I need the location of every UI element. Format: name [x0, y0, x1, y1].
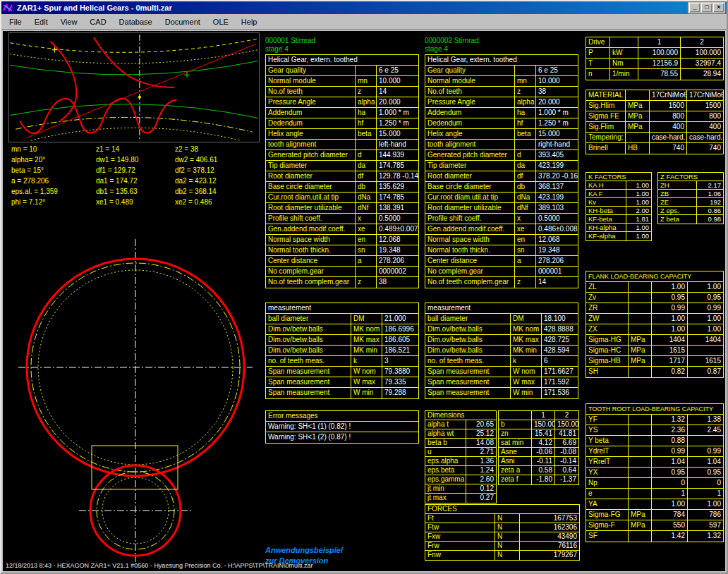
table-cell: 0.489±0.007	[377, 224, 418, 235]
table-cell: 0.82	[652, 367, 688, 377]
table-cell: 0	[688, 478, 723, 489]
table-cell: db	[515, 182, 536, 193]
tooth-root-load-capacity-table: TOOTH ROOT LOAD-BEARING CAPACITYYF1.321.…	[586, 403, 724, 542]
table-cell: 550	[652, 520, 688, 531]
table-cell: jt max	[425, 494, 466, 503]
table-cell: 000001	[536, 267, 578, 277]
table-cell: 6	[542, 356, 578, 367]
table-row: Span measurementW max79.335	[266, 377, 418, 388]
table-cell: 0.64	[555, 466, 578, 475]
close-button[interactable]: ×	[713, 3, 724, 13]
table-cell: 423.199	[536, 193, 578, 203]
menu-item-view[interactable]: View	[54, 16, 84, 28]
table-row: ZW1.001.00	[586, 314, 723, 324]
menu-item-help[interactable]: Help	[235, 16, 264, 28]
table-cell: 1.32	[652, 415, 688, 425]
table-cell: MK min	[351, 346, 382, 356]
wheel-tooth-flank	[51, 42, 77, 121]
table-cell: eps.alpha	[425, 457, 466, 466]
k-factors-table: K FACTORSKA H1.00KA F1.00Kv1.00KH-beta2.…	[586, 172, 652, 241]
table-cell: 389.103	[536, 203, 578, 214]
table-cell: jt min	[425, 484, 466, 494]
table-cell: mn	[356, 76, 377, 87]
table-cell: 28.94	[681, 69, 723, 80]
menu-item-document[interactable]: Document	[159, 16, 207, 28]
table-cell: 19.348	[377, 245, 418, 256]
table-row: Span measurementW max171.592	[425, 377, 578, 388]
gear-mesh-detail-drawing[interactable]	[8, 32, 260, 142]
menu-item-edit[interactable]: Edit	[28, 16, 54, 28]
table-row: Sig.FlimMPa400400	[586, 122, 723, 133]
table-cell: 186.605	[382, 335, 418, 346]
table-cell: ball diameter	[425, 314, 511, 324]
table-cell: 2.36	[652, 425, 688, 436]
table-row: Root diameter utilizabledNf389.103	[425, 203, 578, 214]
table-cell: 0.95	[652, 293, 688, 303]
table-cell: Frw	[425, 542, 495, 551]
table-cell: Dim.ov/betw.balls	[425, 346, 511, 356]
table-cell: 0.58	[532, 466, 555, 475]
table-row: Dim.ov/betw.ballsMK max428.725	[425, 335, 578, 346]
gear-param-value: mn = 10	[11, 145, 96, 154]
table-row: Normal tooth thickn.sn19.348	[266, 245, 418, 256]
table-cell: T	[586, 59, 610, 69]
table-cell: Sigma-HB	[586, 356, 629, 367]
table-cell: Dedendum	[425, 118, 515, 129]
table-cell: 393.405	[536, 150, 578, 161]
table-cell: 1.00	[652, 324, 688, 335]
title-bar[interactable]: ZAR1+ Spur and Helical Gears - 0multi.za…	[1, 1, 727, 14]
table-cell: W max	[511, 377, 542, 388]
table-cell: 278.206	[377, 256, 418, 267]
z-factors-table: Z FACTORSZH2.17ZB1.06ZE192Z eps.0.86Z be…	[657, 172, 724, 224]
menu-item-cad[interactable]: CAD	[83, 16, 112, 28]
gear-param-value: da2 = 423.12	[175, 176, 217, 186]
restore-button[interactable]: □	[701, 3, 712, 13]
table-header: Helical Gear, extern. toothed	[266, 55, 418, 66]
gear-param-row: a = 278.206da1 = 174.72da2 = 423.12	[11, 176, 260, 187]
table-cell: ZH	[658, 181, 697, 190]
table-cell: 15.000	[536, 129, 578, 140]
table-row: PkW100.000100.000	[586, 48, 723, 59]
table-row: FtwN162306	[425, 523, 579, 532]
table-cell: kW	[610, 48, 638, 59]
table-cell: dNf	[515, 203, 536, 214]
menu-item-file[interactable]: File	[3, 16, 28, 28]
table-row: No.of teeth complem.gearz38	[266, 277, 418, 288]
table-row: Sigma-HCMPa1615	[586, 346, 723, 356]
table-cell: 800	[687, 111, 723, 122]
table-cell: 1.00	[688, 282, 723, 293]
table-row: Span measurementW min171.536	[425, 388, 578, 398]
table-header-row: measurement	[266, 303, 418, 314]
menu-item-database[interactable]: Database	[113, 16, 159, 28]
table-cell: 12.068	[377, 235, 418, 245]
table-cell: Cur.root diam.util.at tip	[266, 193, 356, 203]
table-cell: 10.000	[377, 76, 418, 87]
table-row: no. of teeth meas.k6	[425, 356, 578, 367]
table-cell: Span measurement	[425, 367, 511, 377]
table-cell: 0.12	[466, 484, 496, 494]
menu-item-ole[interactable]: OLE	[207, 16, 235, 28]
minimize-button[interactable]: _	[689, 3, 700, 13]
table-cell: Dim.ov/betw.balls	[266, 335, 351, 346]
table-cell: 1	[688, 489, 723, 499]
table-cell: 2.71	[466, 448, 496, 457]
table-cell: 378.20 -0.16	[536, 171, 578, 182]
window-title: ZAR1+ Spur and Helical Gears - 0multi.za…	[17, 4, 688, 12]
table-cell: u	[425, 448, 466, 457]
gear-parameters-text: mn = 10z1 = 14z2 = 38alpha= 20°dw1 = 149…	[11, 145, 260, 208]
table-row: Warning: SH<1 (2) (0.87) !	[266, 432, 418, 443]
table-cell: -0.08	[555, 448, 578, 457]
table-row: Tip diameterda174.785	[266, 161, 418, 171]
table-row: ZR0.990.99	[586, 303, 723, 314]
gear-pair-drawing[interactable]	[8, 211, 260, 563]
table-row: Normal tooth thickn.sn19.348	[425, 245, 578, 256]
main-canvas: mn = 10z1 = 14z2 = 38alpha= 20°dw1 = 149…	[3, 31, 725, 571]
table-cell: 1/min	[610, 69, 638, 80]
table-cell: Sigma-F	[586, 520, 629, 531]
gear-param-value: xe2 = 0.486	[175, 197, 212, 207]
table-row: Base circle diameterdb368.137	[425, 182, 578, 193]
table-cell: Dim.ov/betw.balls	[425, 324, 511, 335]
gear-param-value: beta = 15°	[11, 166, 96, 176]
table-row: BrinellHB740740	[586, 143, 723, 154]
table-cell: 179267	[520, 551, 579, 560]
